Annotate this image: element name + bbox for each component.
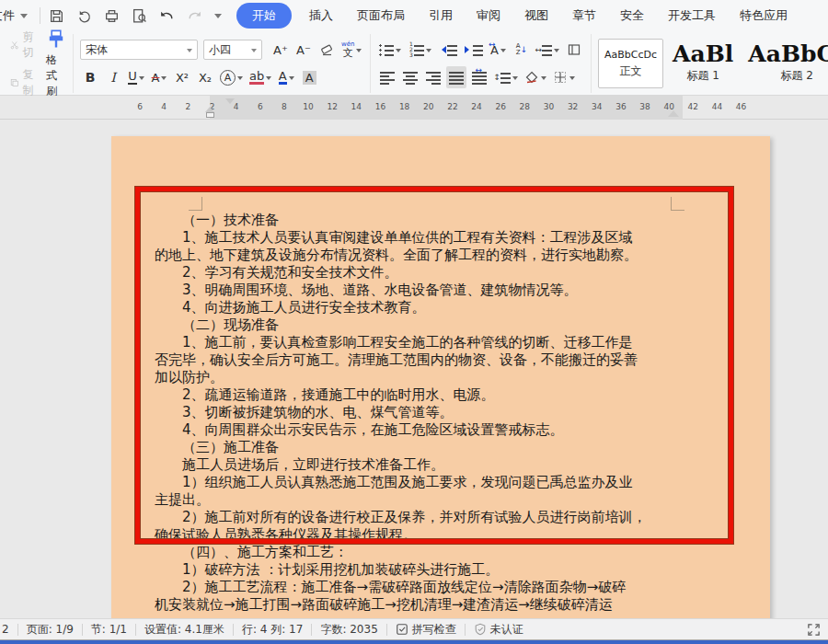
chevron-down-icon [20,14,28,22]
style-normal[interactable]: AaBbCcDc 正文 [598,39,663,88]
chevron-down-icon [500,49,506,55]
print-preview-icon[interactable] [132,8,147,24]
italic-button[interactable]: I [103,66,123,88]
text-direction-button[interactable]: ↔A [488,39,508,61]
status-section[interactable]: 节: 1/1 [91,622,127,638]
tab-special-features[interactable]: 特色应用 [728,2,799,29]
font-size-select[interactable]: 小四 [203,40,262,60]
strikethrough-button[interactable]: A [149,66,169,88]
tab-home[interactable]: 开始 [236,3,292,29]
divider [17,624,18,636]
clear-format-button[interactable] [316,39,337,61]
bullet-list-button[interactable] [377,39,403,61]
spell-check-icon [396,623,408,636]
file-menu-button[interactable]: 文件 [0,4,31,28]
chevron-down-icon [426,49,431,55]
text-effects-button[interactable]: A [218,66,245,88]
font-color-button[interactable]: A [276,66,296,88]
divider [82,624,83,636]
h-arrow-glyph: ↔ [535,45,542,54]
strikethrough-glyph: A [152,71,160,85]
bold-glyph: B [86,70,96,85]
pinyin-guide-button[interactable]: wén 文 [339,39,363,61]
undo-icon[interactable] [159,8,175,24]
format-painter-button[interactable]: 格式刷 [46,29,66,99]
increase-indent-icon [473,43,483,57]
superscript-button[interactable]: X² [172,66,192,88]
horizontal-ruler: 6422468101214161820222426283032343638404… [0,96,828,120]
fullscreen-button[interactable] [807,623,821,637]
certification-button[interactable]: 未认证 [474,622,523,638]
print-icon[interactable] [104,8,120,24]
cut-button[interactable]: 剪切 [10,29,38,61]
distribute-button[interactable]: ↔ [469,66,489,88]
justify-button[interactable] [446,66,466,88]
line-spacing-button[interactable]: ↕ [492,66,520,88]
tab-insert[interactable]: 插入 [297,2,345,29]
borders-button[interactable] [551,66,577,88]
divider [465,624,466,636]
grow-font-button[interactable]: A⁺ [270,39,291,61]
customize-toolbar-icon[interactable] [214,14,222,22]
certification-label: 未认证 [490,622,523,638]
underline-button[interactable]: U [126,66,146,88]
tab-security[interactable]: 安全 [608,2,656,29]
numbered-list-button[interactable]: 123 [406,39,433,61]
doc-line: 加以防护。 [155,369,748,386]
format-painter-icon [46,29,66,51]
tab-view[interactable]: 视图 [512,2,560,29]
frame-button[interactable] [564,39,584,61]
right-indent-marker[interactable] [668,105,679,117]
style-heading1[interactable]: AaBl 标题 1 [667,39,739,88]
pinyin-icon: wén 文 [341,41,354,58]
divider [233,624,234,636]
decrease-indent-button[interactable] [436,39,459,61]
tab-developer[interactable]: 开发工具 [656,2,728,29]
bold-button[interactable]: B [80,66,100,88]
paragraph-spacing-button[interactable]: ↔ [534,39,561,61]
document-page[interactable]: （一）技术准备 1、施工技术人员要认真审阅建设单单位供的工程有关资料：工程涉及区… [111,136,770,618]
quick-access-toolbar [49,8,222,24]
copy-button[interactable]: 复制 [10,67,38,98]
save-icon[interactable] [49,8,64,24]
spell-check-button[interactable]: 拼写检查 [396,622,456,638]
align-left-button[interactable] [377,66,397,88]
shrink-font-button[interactable]: A⁻ [293,39,314,61]
increase-indent-button[interactable] [462,39,485,61]
tab-review[interactable]: 审阅 [465,2,512,29]
tab-page-layout[interactable]: 页面布局 [345,2,417,29]
underline-glyph: U [128,70,137,85]
font-family-select[interactable]: 宋体 [80,40,198,60]
divider [135,624,136,636]
eraser-icon [319,42,334,57]
frame-icon [567,42,581,57]
align-right-button[interactable] [423,66,443,88]
sort-button[interactable]: AZ↓ [511,39,531,61]
status-setting[interactable]: 设置值: 4.1厘米 [144,622,224,638]
align-center-button[interactable] [400,66,420,88]
chevron-down-icon [161,76,167,83]
hanging-indent-marker[interactable] [205,102,214,112]
clipped-text: 2 [2,623,9,636]
left-indent-marker[interactable] [206,112,214,118]
tab-references[interactable]: 引用 [417,2,465,29]
chevron-down-icon [237,76,243,83]
doc-line: 1、施工技术人员要认真审阅建设单单位供的工程有关资料：工程涉及区域 [155,229,748,247]
tab-section[interactable]: 章节 [560,2,608,29]
margin-mark-top-left [189,197,202,211]
char-shading-button[interactable]: A [299,66,319,88]
style-preview: AaBbC( [748,43,828,65]
first-line-indent-marker[interactable] [225,98,235,109]
style-heading2[interactable]: AaBbC( 标题 2 [742,39,828,88]
styles-gallery: AaBbCcDc 正文 AaBl 标题 1 AaBbC( 标题 2 [591,34,828,93]
export-icon[interactable] [76,8,92,24]
chevron-down-icon [139,76,144,83]
status-word-count[interactable]: 字数: 2035 [320,622,377,638]
document-text: （一）技术准备 1、施工技术人员要认真审阅建设单单位供的工程有关资料：工程涉及区… [155,212,748,614]
redo-icon[interactable] [187,8,202,24]
shading-button[interactable] [523,66,548,88]
subscript-button[interactable]: X₂ [195,66,215,88]
ruler-labels: 6422468101214161820222426283032343638404… [128,102,753,111]
highlight-button[interactable]: ab [247,66,273,88]
status-page[interactable]: 页面: 1/9 [27,622,74,638]
